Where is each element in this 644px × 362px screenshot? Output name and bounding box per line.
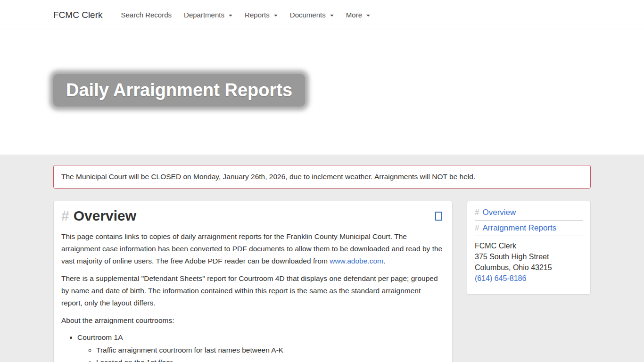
nav-item-departments[interactable]: Departments xyxy=(178,11,239,19)
address-city: Columbus, Ohio 43215 xyxy=(475,262,583,273)
overview-card: # Overview This page contains links to c… xyxy=(53,201,453,362)
closure-alert: The Municipal Court will be CLOSED on Mo… xyxy=(53,165,591,189)
nav-item-label: Departments xyxy=(184,11,224,19)
nav-item-label: Documents xyxy=(290,11,326,19)
overview-heading: # Overview xyxy=(61,208,444,224)
divider xyxy=(475,236,583,236)
nav-item-documents[interactable]: Documents xyxy=(284,11,340,19)
hash-marker: # xyxy=(475,223,479,232)
sidebar-item-arraignment-reports: #Arraignment Reports xyxy=(475,223,583,233)
closure-alert-text: The Municipal Court will be CLOSED on Mo… xyxy=(61,173,475,181)
address-street: 375 South High Street xyxy=(475,251,583,262)
phone-link[interactable]: (614) 645-8186 xyxy=(475,274,526,282)
list-item-courtroom: Courtroom 1A Traffic arraignment courtro… xyxy=(77,332,444,362)
hash-marker: # xyxy=(475,208,479,217)
chevron-down-icon xyxy=(229,15,232,16)
adobe-link[interactable]: www.adobe.com xyxy=(330,257,383,265)
sidebar-overview-link[interactable]: Overview xyxy=(482,208,516,217)
brand-link[interactable]: FCMC Clerk xyxy=(53,10,103,20)
overview-paragraph-1: This page contains links to copies of da… xyxy=(61,230,444,267)
paragraph-text: . xyxy=(383,257,385,265)
chevron-down-icon xyxy=(366,15,370,16)
hash-marker: # xyxy=(61,208,69,224)
address-name: FCMC Clerk xyxy=(475,240,583,251)
sidebar-item-overview: #Overview xyxy=(475,208,583,217)
hero-section: Daily Arraignment Reports xyxy=(0,30,644,155)
nav-item-label: More xyxy=(346,11,362,19)
chevron-down-icon xyxy=(274,15,278,16)
page-title: Daily Arraignment Reports xyxy=(53,74,305,107)
nav-item-more[interactable]: More xyxy=(340,11,376,19)
sidebar-card: #Overview #Arraignment Reports FCMC Cler… xyxy=(467,201,591,295)
nav-item-label: Search Records xyxy=(121,11,172,19)
empty-box-glyph-icon xyxy=(435,212,442,221)
courtroom-detail-list: Traffic arraignment courtroom for last n… xyxy=(96,345,444,362)
nav-item-search-records[interactable]: Search Records xyxy=(115,11,178,19)
nav-item-reports[interactable]: Reports xyxy=(239,11,284,19)
courtroom-name: Courtroom 1A xyxy=(77,333,123,341)
nav-item-label: Reports xyxy=(245,11,270,19)
contact-address: FCMC Clerk 375 South High Street Columbu… xyxy=(475,240,583,284)
overview-heading-text: Overview xyxy=(74,208,136,224)
top-navbar: FCMC Clerk Search Records Departments Re… xyxy=(0,0,644,30)
content-section: The Municipal Court will be CLOSED on Mo… xyxy=(0,155,644,362)
primary-nav: Search Records Departments Reports Docum… xyxy=(115,11,377,19)
courtroom-detail: Located on the 1st floor xyxy=(96,357,444,362)
courtroom-detail: Traffic arraignment courtroom for last n… xyxy=(96,345,444,356)
chevron-down-icon xyxy=(330,15,334,16)
sidebar-arraignment-reports-link[interactable]: Arraignment Reports xyxy=(482,223,556,232)
divider xyxy=(475,220,583,221)
overview-paragraph-2: There is a supplemental "Defendant Sheet… xyxy=(61,272,444,309)
overview-paragraph-3: About the arraignment courtrooms: xyxy=(61,314,444,327)
courtroom-list: Courtroom 1A Traffic arraignment courtro… xyxy=(77,332,444,362)
